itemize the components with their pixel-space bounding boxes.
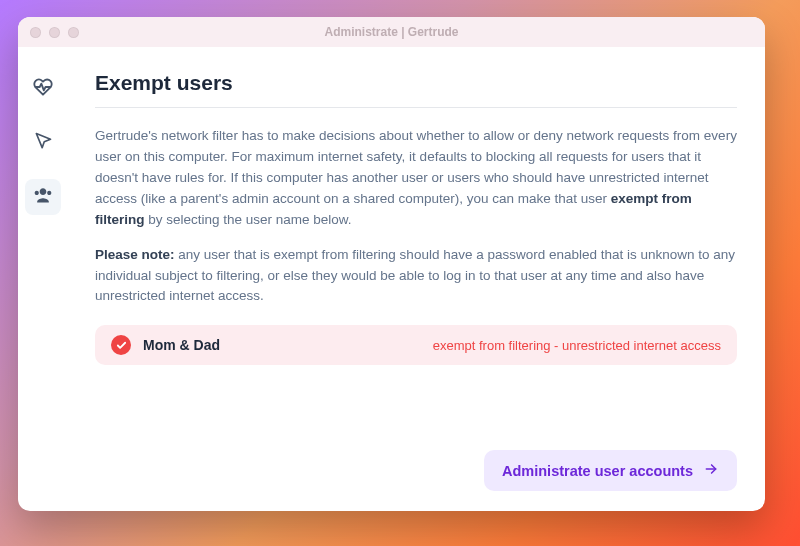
divider	[95, 107, 737, 108]
footer: Administrate user accounts	[95, 450, 737, 491]
heartbeat-icon	[33, 77, 53, 101]
window-body: Exempt users Gertrude's network filter h…	[18, 47, 765, 511]
sidebar	[18, 47, 67, 511]
traffic-lights	[30, 27, 79, 38]
intro-paragraph: Gertrude's network filter has to make de…	[95, 126, 737, 231]
traffic-light-zoom[interactable]	[68, 27, 79, 38]
app-window: Administrate | Gertrude Exempt users	[18, 17, 765, 511]
page-title: Exempt users	[95, 71, 737, 107]
administrate-accounts-label: Administrate user accounts	[502, 463, 693, 479]
exempt-check-icon	[111, 335, 131, 355]
user-status: exempt from filtering - unrestricted int…	[433, 338, 721, 353]
user-name: Mom & Dad	[143, 337, 220, 353]
traffic-light-minimize[interactable]	[49, 27, 60, 38]
administrate-accounts-button[interactable]: Administrate user accounts	[484, 450, 737, 491]
traffic-light-close[interactable]	[30, 27, 41, 38]
sidebar-item-actions[interactable]	[25, 125, 61, 161]
sidebar-item-health[interactable]	[25, 71, 61, 107]
user-row[interactable]: Mom & Dad exempt from filtering - unrest…	[95, 325, 737, 365]
cursor-icon	[33, 131, 53, 155]
note-paragraph: Please note: any user that is exempt fro…	[95, 245, 737, 308]
intro-text-b: by selecting the user name below.	[145, 212, 352, 227]
note-lead: Please note:	[95, 247, 175, 262]
arrow-right-icon	[703, 462, 719, 479]
sidebar-item-users[interactable]	[25, 179, 61, 215]
window-title: Administrate | Gertrude	[18, 25, 765, 39]
main-panel: Exempt users Gertrude's network filter h…	[67, 47, 765, 511]
titlebar: Administrate | Gertrude	[18, 17, 765, 47]
note-rest: any user that is exempt from filtering s…	[95, 247, 735, 304]
users-icon	[33, 185, 53, 209]
